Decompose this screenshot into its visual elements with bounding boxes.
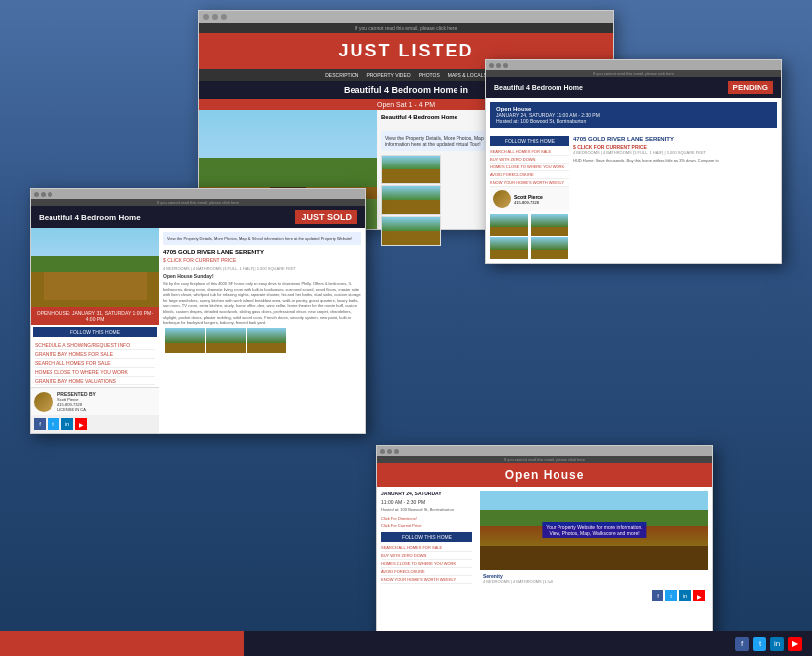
linkedin-icon-sold[interactable]: in: [61, 418, 73, 430]
sold-property-title: Beautiful 4 Bedroom Home: [39, 213, 141, 222]
window-dot-o3: [394, 449, 399, 454]
window-dot-p2: [496, 63, 501, 68]
left-col-pending: FOLLOW THIS HOME SEARCH ALL HOMES FOR SA…: [490, 136, 569, 259]
window-chrome-pending: [486, 60, 781, 70]
li-icon-oh[interactable]: in: [679, 590, 691, 601]
open-house-label-sold: Open House Sunday!: [163, 273, 361, 279]
links-pending: SEARCH ALL HOMES FOR SALE BUY WITH ZERO …: [490, 148, 569, 187]
open-house-banner: Open House: [377, 463, 712, 487]
prop-thumb-1: [381, 155, 441, 184]
content-pending: FOLLOW THIS HOME SEARCH ALL HOMES FOR SA…: [486, 132, 781, 263]
email-just-sold: If you cannot read this email, please cl…: [30, 188, 366, 434]
specs-sold: 4 BEDROOMS | 4 BATHROOMS (3 FULL, 1 HALF…: [163, 266, 361, 271]
youtube-icon-sold[interactable]: ▶: [75, 418, 87, 430]
bottom-bar-inner: f t in ▶: [0, 631, 812, 656]
tw-bottom[interactable]: t: [753, 637, 766, 651]
link-close-p[interactable]: HOMES CLOSE TO WHERE YOU WORK: [490, 164, 569, 171]
location-pending: Hosted at: 100 Bowood St, Borrinaburton: [496, 118, 771, 124]
right-col-pending: 4705 GOLD RIVER LANE SERENITY $ CLICK FO…: [573, 136, 777, 259]
thumb-pending-4: [531, 237, 568, 259]
link-worth[interactable]: KNOW YOUR HOME'S WORTH WEEKLY: [490, 179, 569, 187]
just-sold-badge: JUST SOLD: [295, 210, 357, 224]
oh-date: JANUARY 24, SATURDAY: [381, 491, 472, 496]
overlay-text-oh: Your Property Website for more informati…: [542, 522, 646, 538]
window-dot-o2: [387, 449, 392, 454]
email-pending: If you cannot read this email, please cl…: [485, 59, 782, 264]
li-bottom[interactable]: in: [770, 637, 784, 651]
yt-bottom[interactable]: ▶: [788, 637, 802, 651]
view-text-sold: View the Property Details, More Photos, …: [163, 232, 361, 245]
house-img-sold: [31, 228, 159, 307]
agent-row-pending: Scott Pierce 415-809-7328: [490, 187, 569, 211]
content-sold: OPEN HOUSE: JANUARY 31, SATURDAY 1:00 PM…: [31, 228, 365, 433]
nav-photos[interactable]: PHOTOS: [419, 72, 440, 78]
link-worth-oh[interactable]: KNOW YOUR HOME'S WORTH WEEKLY: [381, 576, 472, 584]
blue-info-box: Open House JANUARY 24, SATURDAY 11:00 AM…: [490, 102, 777, 128]
oh-subtitle: Serenity 4 BEDROOMS | 4 BATHROOMS (1 ful…: [480, 570, 708, 587]
bottom-bar-dark: f t in ▶: [244, 631, 812, 656]
window-dot-s1: [34, 192, 39, 197]
link-zero-oh[interactable]: BUY WITH ZERO DOWN: [381, 552, 472, 560]
oh-price[interactable]: Click For Current Price: [381, 523, 472, 528]
twitter-icon-sold[interactable]: t: [48, 418, 59, 430]
link-search-oh[interactable]: SEARCH ALL HOMES FOR SALE: [381, 544, 472, 552]
window-dot-s3: [48, 192, 52, 197]
follow-btn-sold[interactable]: FOLLOW THIS HOME: [33, 327, 157, 337]
window-dot-1: [203, 14, 209, 20]
prop-thumb-3: [381, 216, 441, 246]
follow-btn-pending[interactable]: FOLLOW THIS HOME: [490, 136, 569, 146]
link-avoid[interactable]: AVOID FORECLOSURE: [490, 171, 569, 179]
thumb-pending-2: [531, 214, 568, 236]
link-close[interactable]: HOMES CLOSE TO WHERE YOU WORK: [35, 368, 155, 377]
agent-info-sold: PRESENTED BY Scott Pierce 415-809-7328 L…: [57, 391, 96, 412]
title-area-sold: Beautiful 4 Bedroom Home JUST SOLD: [31, 206, 365, 228]
link-schedule[interactable]: SCHEDULE A SHOWING/REQUEST INFO: [35, 341, 155, 350]
description-pending: HUD Home: Save thousands. Buy this home …: [573, 158, 777, 163]
thumb-sold-1: [165, 328, 205, 353]
yt-icon-oh[interactable]: ▶: [693, 590, 705, 601]
price-sold[interactable]: $ CLICK FOR CURRENT PRICE: [163, 257, 361, 263]
tw-icon-oh[interactable]: t: [665, 590, 677, 601]
nav-description[interactable]: DESCRIPTION: [325, 72, 358, 78]
right-col-oh: Your Property Website for more informati…: [476, 487, 712, 635]
thumb-row-sold: [163, 326, 361, 355]
thumb-sold-3: [247, 328, 286, 353]
thumb-pending-3: [490, 237, 528, 259]
fb-bottom[interactable]: f: [735, 637, 749, 651]
title-area-pending: Beautiful 4 Bedroom Home PENDING: [486, 77, 781, 98]
window-dot-3: [221, 14, 227, 20]
link-search-p[interactable]: SEARCH ALL HOMES FOR SALE: [490, 148, 569, 156]
link-close-oh[interactable]: HOMES CLOSE TO WHERE YOU WORK: [381, 560, 472, 568]
links-oh: SEARCH ALL HOMES FOR SALE BUY WITH ZERO …: [381, 544, 472, 584]
house-section-sold: OPEN HOUSE: JANUARY 31, SATURDAY 1:00 PM…: [31, 228, 159, 433]
email-collage: If you cannot read this email, please cl…: [0, 0, 812, 656]
email-notice-oh: If you cannot read this email, please cl…: [377, 456, 712, 463]
link-zero-down[interactable]: BUY WITH ZERO DOWN: [490, 156, 569, 164]
address-pending: 4705 GOLD RIVER LANE SERENITY: [573, 136, 777, 142]
facebook-icon-sold[interactable]: f: [34, 418, 46, 430]
window-chrome-sold: [31, 189, 365, 199]
address-sold: 4705 GOLD RIVER LANE SERENITY: [163, 249, 361, 255]
link-search[interactable]: SEARCH ALL HOMES FOR SALE: [35, 359, 155, 368]
agent-avatar-sold: [34, 392, 53, 412]
follow-btn-oh[interactable]: FOLLOW THIS HOME: [381, 532, 472, 542]
content-oh: JANUARY 24, SATURDAY 11:00 AM - 2:30 PM …: [377, 487, 712, 635]
nav-maps[interactable]: MAPS & LOCALS: [448, 72, 487, 78]
link-homes[interactable]: GRANITE BAY HOMES FOR SALE: [35, 350, 155, 359]
link-avoid-oh[interactable]: AVOID FORECLOSURE: [381, 568, 472, 576]
bottom-bar-red: [0, 631, 244, 656]
window-dot-o1: [380, 449, 385, 454]
fb-icon-oh[interactable]: f: [652, 590, 663, 601]
main-container: If you cannot read this email, please cl…: [0, 0, 812, 656]
link-valuations[interactable]: GRANITE BAY HOME VALUATIONS: [35, 377, 155, 385]
oh-directions[interactable]: Click For Directions!: [381, 516, 472, 521]
window-chrome-oh: [377, 446, 712, 456]
email-notice-pending: If you cannot read this email, please cl…: [486, 70, 781, 77]
left-sidebar-oh: JANUARY 24, SATURDAY 11:00 AM - 2:30 PM …: [377, 487, 476, 635]
agent-avatar-pending: [493, 190, 511, 208]
house-banner-oh: Your Property Website for more informati…: [480, 491, 708, 570]
nav-video[interactable]: PROPERTY VIDEO: [366, 72, 410, 78]
thumb-grid-pending: [490, 214, 569, 259]
window-chrome-listed: [199, 11, 613, 23]
description-sold: Sit by the cozy fireplace of this 4000 S…: [163, 281, 361, 326]
